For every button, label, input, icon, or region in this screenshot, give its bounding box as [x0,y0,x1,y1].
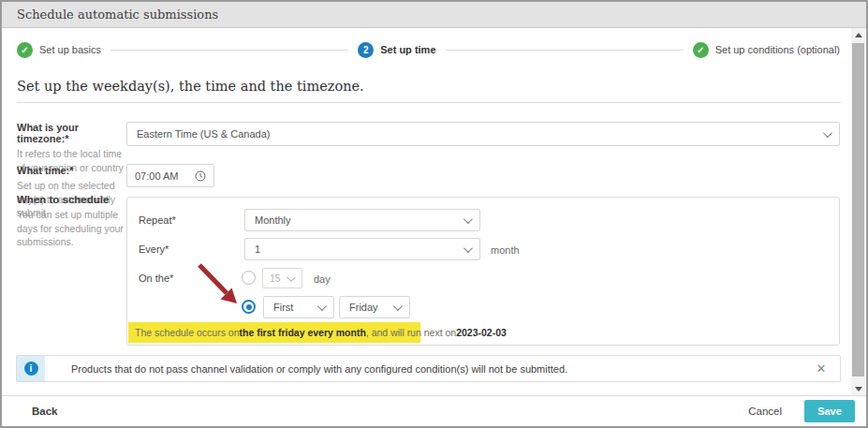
step-setup-time[interactable]: 2 Set up time [358,42,435,58]
triangle-up-icon [855,33,862,37]
step-label: Set up basics [39,44,101,55]
time-input[interactable]: 07:00 AM [126,164,214,187]
chevron-down-icon [317,302,327,311]
wizard-stepper: ✓ Set up basics 2 Set up time ✓ Set up c… [17,39,840,60]
stepper-connector [110,50,348,51]
stepper-connector [446,50,684,51]
info-icon-cell: i [17,356,45,381]
check-icon: ✓ [693,42,709,58]
step-number-badge: 2 [358,42,374,58]
cancel-button[interactable]: Cancel [748,406,782,417]
triangle-down-icon [855,387,862,391]
chevron-down-icon [393,302,403,311]
summary-middle: , and will run next on [366,327,456,338]
repeat-label: Repeat* [139,214,176,226]
weekday-select[interactable]: Friday [339,296,410,318]
info-icon: i [24,362,38,376]
step-label: Set up conditions (optional) [715,44,840,55]
close-icon[interactable]: ✕ [802,356,840,381]
scroll-up-icon[interactable] [851,28,865,41]
scroll-down-icon[interactable] [851,382,865,395]
dialog-titlebar: Schedule automatic submissions [2,2,866,28]
day-number-value: 15 [270,273,281,284]
time-label: What time:* [17,165,124,176]
chevron-down-icon [287,273,296,282]
repeat-select[interactable]: Monthly [244,209,480,231]
on-the-label: On the* [139,273,173,284]
step-label: Set up time [380,44,435,55]
summary-date-bold: 2023-02-03 [456,327,507,338]
time-input-value: 07:00 AM [135,170,195,182]
timezone-select-value: Eastern Time (US & Canada) [137,128,823,140]
day-number-select[interactable]: 15 [262,268,302,288]
timezone-label: What is your timezone:* [17,122,124,144]
every-unit-text: month [491,244,520,256]
ordinal-select-value: First [273,302,317,313]
summary-prefix: The schedule occurs on [135,327,239,338]
summary-schedule-bold: the first friday every month [239,327,365,338]
repeat-select-value: Monthly [255,214,463,226]
vertical-scrollbar[interactable] [851,28,865,395]
every-select[interactable]: 1 [244,238,480,260]
clock-icon [195,170,206,182]
page-subtitle: Set up the weekday(s), the time and the … [17,79,364,94]
save-button[interactable]: Save [804,400,855,422]
check-icon: ✓ [17,42,33,58]
annotation-arrow-icon [192,260,250,313]
schedule-dialog-window: Schedule automatic submissions ✓ Set up … [0,0,868,428]
step-setup-conditions[interactable]: ✓ Set up conditions (optional) [693,42,840,58]
info-banner-message: Products that do not pass channel valida… [45,356,802,381]
step-setup-basics[interactable]: ✓ Set up basics [17,42,101,58]
every-label: Every* [139,244,169,255]
every-select-value: 1 [255,244,463,255]
info-banner: i Products that do not pass channel vali… [16,355,841,382]
schedule-helper: You can set up multiple days for schedul… [17,208,124,249]
schedule-label: When to schedule [17,194,124,205]
timezone-select[interactable]: Eastern Time (US & Canada) [126,122,840,146]
chevron-down-icon [823,128,832,138]
dialog-footer: Back Cancel Save [2,395,866,426]
chevron-down-icon [463,244,473,253]
day-unit-text: day [314,273,331,285]
footer-actions: Cancel Save [748,400,866,422]
chevron-down-icon [463,214,473,224]
divider [17,102,841,103]
scrollbar-thumb[interactable] [852,43,864,376]
dialog-title: Schedule automatic submissions [17,7,218,22]
weekday-select-value: Friday [349,302,393,313]
back-button[interactable]: Back [32,406,58,417]
schedule-summary-highlight: The schedule occurs on the first friday … [128,322,420,343]
schedule-label-block: When to schedule You can set up multiple… [17,194,124,249]
ordinal-select[interactable]: First [263,296,334,318]
